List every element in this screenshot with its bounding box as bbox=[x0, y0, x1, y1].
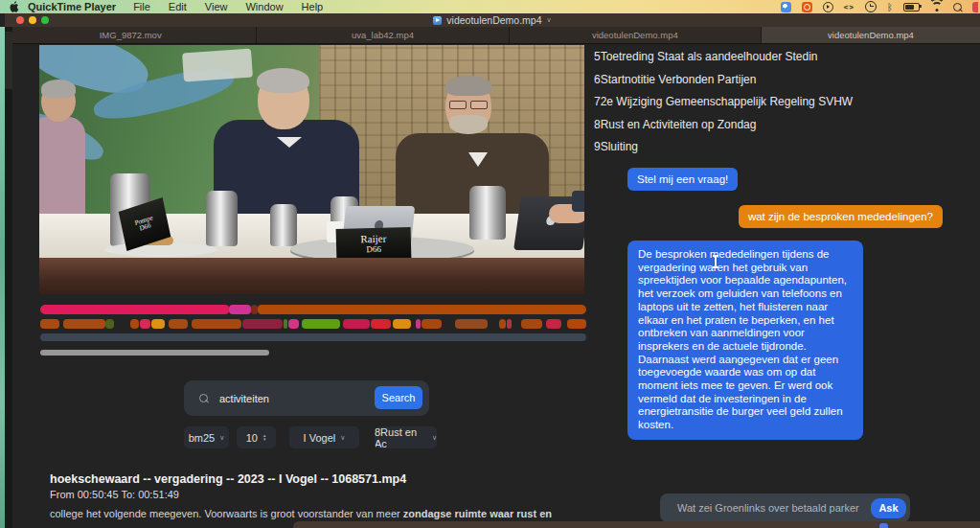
timeline-segment bbox=[284, 319, 286, 329]
timeline-segment bbox=[242, 319, 283, 329]
result-timerange: From 00:50:45 To: 00:51:49 bbox=[50, 489, 179, 500]
timeline-segment bbox=[40, 319, 59, 329]
wifi-icon[interactable] bbox=[930, 2, 943, 11]
timeline-segment bbox=[546, 319, 561, 329]
menu-item-help[interactable]: Help bbox=[302, 1, 324, 12]
timeline-scrollbar-thumb[interactable] bbox=[40, 350, 269, 356]
tab-label: uva_lab42.mp4 bbox=[352, 30, 414, 40]
timeline-track-3[interactable] bbox=[40, 333, 586, 341]
battery-icon[interactable] bbox=[903, 3, 920, 11]
agenda-item[interactable]: 9Sluiting bbox=[594, 136, 977, 159]
app-icon-orange[interactable] bbox=[802, 2, 812, 12]
timeline-segment bbox=[140, 319, 150, 329]
search-icon bbox=[199, 394, 208, 402]
timeline-segment bbox=[455, 319, 488, 329]
speaker-value: I Vogel bbox=[304, 432, 336, 444]
video-file-icon bbox=[433, 16, 442, 25]
agenda-list: 5Toetreding Staat als aandeelhouder Sted… bbox=[594, 46, 977, 159]
nameplate-party: D66 bbox=[336, 244, 411, 255]
timeline-segment bbox=[130, 319, 139, 329]
play-circle-icon[interactable] bbox=[823, 2, 833, 12]
topic-value: 8Rust en Ac bbox=[375, 426, 427, 448]
timeline-segment bbox=[302, 319, 340, 329]
snippet-highlight: zondagse ruimte waar rust en bbox=[403, 508, 552, 519]
mouse-cursor-ibeam bbox=[712, 255, 719, 268]
nameplate-right: Raijer D66 bbox=[336, 227, 412, 261]
partial-dock-icon bbox=[879, 523, 888, 528]
thermos-jug bbox=[469, 186, 506, 240]
person-left-head bbox=[41, 81, 76, 122]
timeline-segment bbox=[105, 319, 114, 329]
timeline-segment bbox=[521, 319, 543, 329]
topk-value: 10 bbox=[246, 432, 258, 444]
tab-label: videotulenDemo.mp4 bbox=[592, 30, 678, 40]
topk-stepper[interactable]: 10 ▲▼ bbox=[237, 426, 276, 448]
tab-bar: IMG_9872.movuva_lab42.mp4videotulenDemo.… bbox=[5, 27, 980, 44]
menu-app-name[interactable]: QuickTime Player bbox=[28, 1, 116, 12]
ask-input[interactable] bbox=[675, 501, 861, 515]
timeline-segment bbox=[192, 319, 241, 329]
app-icon-blue[interactable] bbox=[781, 2, 791, 12]
thermos-jug bbox=[206, 191, 238, 246]
search-input[interactable] bbox=[217, 392, 355, 405]
timeline-segment bbox=[251, 305, 258, 314]
search-icon[interactable] bbox=[953, 3, 962, 11]
result-title: hoekschewaard -- vergadering -- 2023 -- … bbox=[50, 472, 406, 486]
timeline-segment bbox=[288, 319, 299, 329]
window-title-text: videotulenDemo.mp4 bbox=[446, 14, 541, 26]
menu-item-window[interactable]: Window bbox=[245, 1, 283, 12]
partial-app-icon bbox=[972, 2, 978, 12]
timeline-segment bbox=[499, 319, 506, 329]
assistant-answer-bubble: De besproken mededelingen tijdens de ver… bbox=[627, 241, 863, 440]
agenda-item[interactable]: 8Rust en Activiteiten op Zondag bbox=[594, 114, 977, 137]
tab-label: videotulenDemo.mp4 bbox=[828, 30, 914, 40]
timeline-segment bbox=[507, 319, 512, 329]
background-window-strip bbox=[293, 521, 980, 528]
menu-item-view[interactable]: View bbox=[205, 1, 228, 12]
background-window-edge bbox=[5, 27, 12, 528]
timeline-segment bbox=[258, 305, 586, 314]
menu-items: FileEditViewWindowHelp bbox=[133, 1, 341, 12]
apple-logo-icon[interactable] bbox=[10, 1, 20, 12]
timeline-segment bbox=[151, 319, 165, 329]
agenda-item[interactable]: 6Startnotitie Verbonden Partijen bbox=[594, 69, 977, 92]
thermos-jug bbox=[270, 204, 297, 246]
assistant-greeting-bubble: Stel mij een vraag! bbox=[627, 168, 738, 191]
search-box: Search bbox=[184, 380, 429, 416]
agenda-item[interactable]: 72e Wijziging Gemeenschappelijk Regeling… bbox=[594, 91, 977, 114]
search-button[interactable]: Search bbox=[375, 386, 422, 409]
ask-button[interactable]: Ask bbox=[871, 498, 906, 518]
timeline-segment bbox=[343, 319, 370, 329]
dev-code-icon[interactable]: <> bbox=[844, 3, 855, 11]
menu-bar: QuickTime Player FileEditViewWindowHelp … bbox=[0, 0, 980, 13]
window-title-bar[interactable]: videotulenDemo.mp4 ∨ bbox=[5, 13, 980, 27]
timeline-track-1[interactable] bbox=[40, 305, 586, 314]
topic-select[interactable]: 8Rust en Ac ∨ bbox=[375, 426, 437, 448]
clock-icon[interactable] bbox=[865, 1, 877, 12]
sleeve bbox=[572, 191, 584, 212]
video-player[interactable]: Pompe D66 Raijer D66 bbox=[39, 45, 584, 294]
snippet-text: college het volgende meegeven. Voorwaart… bbox=[50, 508, 403, 519]
user-question-bubble: wat zijn de besproken mededelingen? bbox=[739, 205, 943, 228]
timeline-track-2[interactable] bbox=[40, 319, 586, 329]
timeline-segment bbox=[422, 319, 442, 329]
timeline-segment bbox=[40, 305, 229, 314]
menu-item-edit[interactable]: Edit bbox=[169, 1, 187, 12]
agenda-item[interactable]: 5Toetreding Staat als aandeelhouder Sted… bbox=[594, 46, 977, 69]
glasses-icon bbox=[449, 101, 488, 109]
tab-1[interactable]: IMG_9872.mov bbox=[5, 27, 257, 43]
ranker-select[interactable]: bm25 ∨ bbox=[184, 426, 229, 448]
bluetooth-icon[interactable]: ᛒ bbox=[887, 2, 893, 12]
status-icons: <> ᛒ bbox=[781, 1, 978, 12]
ask-bar: Ask bbox=[660, 494, 910, 522]
chevron-down-icon: ∨ bbox=[219, 434, 224, 442]
menu-item-file[interactable]: File bbox=[133, 1, 150, 12]
tab-4[interactable]: videotulenDemo.mp4 bbox=[762, 27, 980, 43]
ranker-value: bm25 bbox=[189, 432, 216, 444]
stepper-arrows-icon[interactable]: ▲▼ bbox=[262, 434, 266, 442]
timeline-segment bbox=[169, 319, 188, 329]
tab-2[interactable]: uva_lab42.mp4 bbox=[257, 27, 509, 43]
chevron-down-icon[interactable]: ∨ bbox=[547, 16, 552, 24]
speaker-select[interactable]: I Vogel ∨ bbox=[289, 426, 359, 448]
tab-3[interactable]: videotulenDemo.mp4 bbox=[510, 27, 762, 43]
